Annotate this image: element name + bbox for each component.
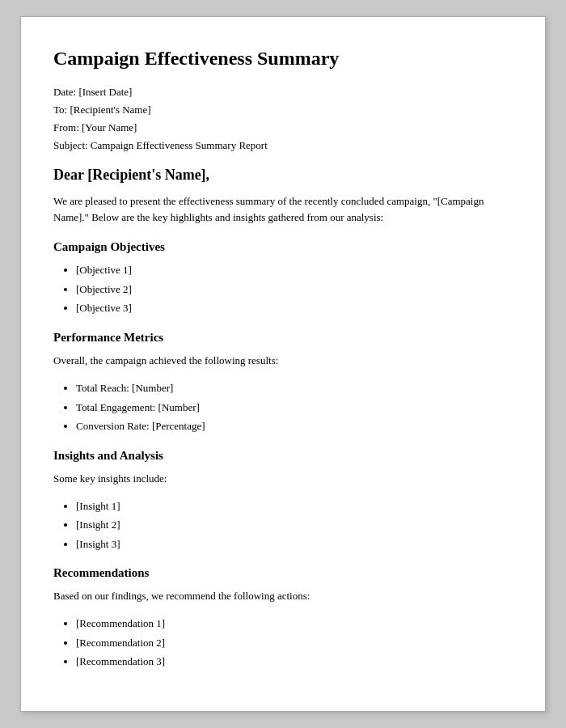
list-item: Total Engagement: [Number]: [76, 400, 513, 416]
section-body-1: Overall, the campaign achieved the follo…: [53, 353, 513, 369]
bullet-list-1: Total Reach: [Number] Total Engagement: …: [76, 380, 513, 434]
section-heading-3: Recommendations: [53, 566, 513, 580]
section-heading-0: Campaign Objectives: [53, 240, 513, 254]
document-title: Campaign Effectiveness Summary: [53, 46, 513, 71]
list-item: [Insight 2]: [76, 517, 513, 533]
bullet-list-2: [Insight 1] [Insight 2] [Insight 3]: [76, 498, 513, 552]
section-heading-2: Insights and Analysis: [53, 449, 513, 463]
bullet-list-0: [Objective 1] [Objective 2] [Objective 3…: [76, 262, 513, 316]
list-item: Total Reach: [Number]: [76, 380, 513, 396]
meta-from: From: [Your Name]: [53, 121, 513, 134]
list-item: [Insight 1]: [76, 498, 513, 514]
list-item: [Objective 2]: [76, 281, 513, 298]
salutation: Dear [Recipient's Name],: [53, 167, 513, 184]
list-item: [Recommendation 1]: [76, 616, 513, 632]
intro-text: We are pleased to present the effectiven…: [53, 193, 513, 226]
meta-date: Date: [Insert Date]: [53, 86, 513, 99]
bullet-list-3: [Recommendation 1] [Recommendation 2] [R…: [76, 616, 513, 670]
document-container: Campaign Effectiveness Summary Date: [In…: [20, 16, 546, 712]
meta-subject: Subject: Campaign Effectiveness Summary …: [53, 139, 513, 152]
meta-to: To: [Recipient's Name]: [53, 104, 513, 116]
list-item: [Recommendation 3]: [76, 654, 513, 670]
list-item: [Objective 3]: [76, 300, 513, 316]
list-item: [Recommendation 2]: [76, 635, 513, 651]
section-heading-1: Performance Metrics: [53, 331, 513, 345]
list-item: [Objective 1]: [76, 262, 513, 278]
list-item: Conversion Rate: [Percentage]: [76, 418, 513, 434]
section-body-3: Based on our findings, we recommend the …: [53, 588, 513, 604]
list-item: [Insight 3]: [76, 536, 513, 552]
section-body-2: Some key insights include:: [53, 471, 513, 487]
